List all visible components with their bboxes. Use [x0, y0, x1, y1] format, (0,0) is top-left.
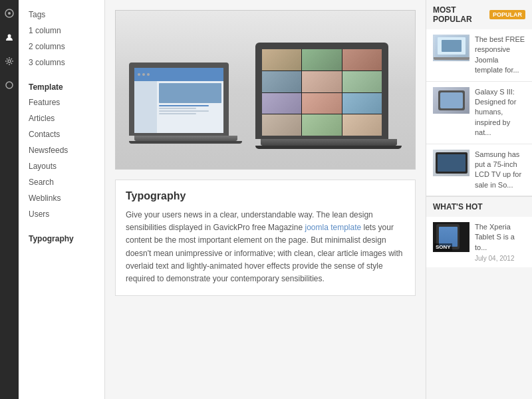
- nav-contacts[interactable]: Contacts: [19, 126, 104, 142]
- nav-weblinks[interactable]: Weblinks: [19, 190, 104, 206]
- popular-article-1[interactable]: The best FREE responsive Joomla template…: [426, 29, 532, 82]
- svg-point-1: [8, 12, 11, 15]
- nav-section-template: Template Features Articles Contacts News…: [19, 77, 104, 222]
- nav-section-main: Tags 1 column 2 columns 3 columns: [19, 7, 104, 70]
- nav-newsfeeds[interactable]: Newsfeeds: [19, 142, 104, 158]
- popular-badge: POPULAR: [489, 10, 525, 19]
- most-popular-title: MOST POPULAR: [433, 5, 484, 24]
- hero-image: [115, 10, 416, 170]
- laptop-right: [255, 43, 402, 170]
- user-icon[interactable]: [1, 29, 17, 45]
- popular-article-3[interactable]: Samsung has put a 75-inch LCD TV up for …: [426, 144, 532, 197]
- nav-section-typography: Typography: [19, 229, 104, 246]
- nav-search[interactable]: Search: [19, 174, 104, 190]
- typography-section: Typography Give your users news in a cle…: [115, 180, 416, 296]
- laptop-left: [129, 63, 242, 169]
- nav-articles[interactable]: Articles: [19, 110, 104, 126]
- svg-point-3: [8, 60, 11, 63]
- hot-thumb-1: SONY: [433, 222, 469, 252]
- whats-hot-title: WHAT'S HOT: [433, 202, 525, 211]
- nav-layouts[interactable]: Layouts: [19, 158, 104, 174]
- nav-sidebar: Tags 1 column 2 columns 3 columns Templa…: [19, 0, 105, 399]
- hot-article-date: July 04, 2012: [475, 255, 525, 262]
- nav-1column[interactable]: 1 column: [19, 23, 104, 39]
- svg-point-4: [6, 82, 13, 88]
- hot-thumb-label: SONY: [434, 243, 452, 251]
- whats-hot-header: WHAT'S HOT: [426, 196, 532, 217]
- laptop-screen-right: [255, 43, 388, 139]
- nav-tags[interactable]: Tags: [19, 7, 104, 23]
- nav-2columns[interactable]: 2 columns: [19, 39, 104, 55]
- main-content: Typography Give your users news in a cle…: [105, 0, 426, 399]
- popular-article-1-text: The best FREE responsive Joomla template…: [475, 35, 525, 76]
- nav-features[interactable]: Features: [19, 94, 104, 110]
- popular-thumb-1: [433, 35, 469, 61]
- nav-users[interactable]: Users: [19, 206, 104, 222]
- popular-article-2-text: Galaxy S III: Designed for humans, inspi…: [475, 87, 525, 138]
- home-icon[interactable]: [1, 5, 17, 21]
- most-popular-header: MOST POPULAR POPULAR: [426, 0, 532, 29]
- popular-thumb-2: [433, 87, 469, 114]
- nav-3columns[interactable]: 3 columns: [19, 55, 104, 70]
- hot-article-text: The Xperia Tablet S is a to... July 04, …: [475, 222, 525, 262]
- thumb-laptop-image: [433, 35, 469, 61]
- circle-icon[interactable]: [1, 77, 17, 93]
- popular-article-2[interactable]: Galaxy S III: Designed for humans, inspi…: [426, 82, 532, 144]
- icon-sidebar: [0, 0, 19, 399]
- laptop-screen-left: [129, 63, 229, 136]
- template-section-title: Template: [19, 77, 104, 94]
- settings-icon[interactable]: [1, 53, 17, 69]
- joomla-template-link[interactable]: joomla template: [305, 223, 361, 232]
- laptops-container: [129, 11, 402, 169]
- typography-title: Typography: [126, 190, 405, 202]
- popular-article-3-text: Samsung has put a 75-inch LCD TV up for …: [475, 150, 525, 191]
- typography-section-title: Typography: [19, 229, 104, 246]
- popular-thumb-3: [433, 150, 469, 176]
- hot-article-title: The Xperia Tablet S is a to...: [475, 222, 525, 253]
- hot-article-1[interactable]: SONY The Xperia Tablet S is a to... July…: [426, 217, 532, 267]
- right-sidebar: MOST POPULAR POPULAR The best FREE respo…: [426, 0, 532, 399]
- svg-point-2: [8, 35, 11, 38]
- typography-body: Give your users news in a clear, underst…: [126, 209, 405, 285]
